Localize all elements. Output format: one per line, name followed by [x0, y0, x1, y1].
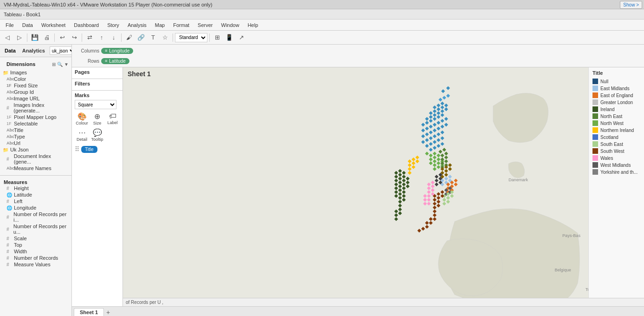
dim-color-label: Color [14, 76, 26, 82]
toolbar-forward[interactable]: ▷ [14, 33, 25, 43]
sidebar-item-pixel-mapper[interactable]: 1F Pixel Mapper Logo [0, 114, 71, 120]
sidebar-item-fixed-size[interactable]: 1F Fixed Size [0, 82, 71, 89]
toolbar-link[interactable]: 🔗 [135, 33, 147, 43]
menu-file[interactable]: File [2, 21, 18, 29]
marks-type-select[interactable]: Square Circle Bar [75, 100, 116, 109]
sidebar-item-records-i[interactable]: # Number of Records per i... [0, 211, 71, 223]
sidebar-item-type[interactable]: Abc Type [0, 133, 71, 140]
detail-label: Detail [77, 137, 87, 142]
legend-east-midlands-label: East Midlands [600, 86, 630, 91]
sidebar-datasource-select[interactable]: uk_json [50, 46, 72, 55]
dim-sort-btn[interactable]: ▼ [64, 62, 69, 67]
toolbar-device[interactable]: 📱 [224, 33, 235, 43]
marks-title-pill[interactable]: Title [81, 146, 97, 153]
sidebar-item-num-records[interactable]: # Number of Records [0, 255, 71, 261]
left-panels: Pages Filters Marks Square Circle Bar 🎨 [72, 67, 123, 306]
toolbar-sort-desc[interactable]: ↓ [108, 33, 119, 43]
sidebar-item-url[interactable]: Abc Url [0, 140, 71, 146]
menu-dashboard[interactable]: Dashboard [70, 21, 103, 29]
dim-search-btn[interactable]: 🔍 [57, 62, 63, 67]
sidebar-item-measure-names[interactable]: Abc Measure Names [0, 165, 71, 171]
svg-rect-13 [437, 107, 440, 111]
legend-northern-ireland-color [592, 127, 598, 133]
toolbar-sort-asc[interactable]: ↑ [96, 33, 107, 43]
sidebar-item-title[interactable]: Abc Title [0, 127, 71, 133]
toolbar-highlight[interactable]: 🖌 [123, 33, 135, 43]
sidebar-item-records-u[interactable]: # Number of Records per u... [0, 223, 71, 235]
toolbar-print[interactable]: 🖨 [41, 33, 52, 43]
menu-window[interactable]: Window [218, 21, 243, 29]
svg-rect-101 [454, 183, 457, 186]
svg-rect-139 [427, 190, 431, 194]
marks-size-btn[interactable]: ⊕ Size [90, 111, 104, 126]
rows-shelf: Rows ≡ Latitude [74, 56, 642, 66]
svg-rect-196 [441, 89, 445, 93]
menu-story[interactable]: Story [103, 21, 123, 29]
toolbar-grid[interactable]: ⊞ [212, 33, 223, 43]
legend-south-west-color [592, 148, 598, 154]
sidebar-item-latitude[interactable]: 🌐 Latitude [0, 191, 71, 198]
sidebar-item-doc-index[interactable]: # Document Index (gene... [0, 153, 71, 165]
hash-icon2: # [6, 157, 12, 162]
sidebar-item-group-id[interactable]: Abc Group Id [0, 89, 71, 95]
menu-server[interactable]: Server [194, 21, 216, 29]
marks-colour-btn[interactable]: 🎨 Colour [75, 111, 89, 126]
marks-label-btn[interactable]: 🏷 Label [105, 111, 120, 126]
sheet1-tab[interactable]: Sheet 1 [74, 308, 104, 316]
rows-pill[interactable]: ≡ Latitude [101, 58, 129, 64]
toolbar-view-select[interactable]: Standard [175, 33, 207, 42]
mea-width-label: Width [14, 249, 27, 254]
rows-label: Rows [74, 59, 99, 64]
svg-rect-5 [438, 98, 442, 101]
sidebar-item-width[interactable]: # Width [0, 248, 71, 255]
legend-yorkshire: Yorkshire and th... [592, 169, 640, 175]
new-sheet-btn[interactable]: + [104, 309, 112, 316]
sidebar-item-images[interactable]: 📁 Images [0, 69, 71, 76]
sidebar-item-measure-values[interactable]: # Measure Values [0, 261, 71, 268]
menu-data[interactable]: Data [19, 21, 37, 29]
tab-analytics[interactable]: Analytics [20, 47, 47, 54]
sidebar-item-images-index[interactable]: # Images Index (generate... [0, 102, 71, 114]
menu-format[interactable]: Format [169, 21, 193, 29]
sidebar-item-height[interactable]: # Height [0, 185, 71, 191]
sidebar-scrollable: Dimensions ⊞ 🔍 ▼ 📁 Images Abc Color [0, 57, 71, 316]
show-me-btn[interactable]: Show > [620, 1, 642, 9]
tab-data[interactable]: Data [3, 47, 18, 54]
toolbar-save[interactable]: 💾 [29, 33, 40, 43]
menu-worksheet[interactable]: Worksheet [38, 21, 69, 29]
svg-rect-195 [408, 171, 412, 175]
sidebar-item-longitude[interactable]: 🌐 Longitude [0, 204, 71, 211]
sidebar-item-selectable[interactable]: 1F Selectable [0, 120, 71, 127]
toolbar-star[interactable]: ☆ [160, 33, 171, 43]
toolbar-redo[interactable]: ↪ [69, 33, 80, 43]
sidebar-item-left[interactable]: # Left [0, 198, 71, 204]
menu-analysis[interactable]: Analysis [124, 21, 150, 29]
legend-north-east-label: North East [600, 114, 622, 119]
svg-rect-89 [444, 173, 448, 177]
marks-pill-text: Title [85, 147, 94, 152]
toolbar-undo[interactable]: ↩ [57, 33, 68, 43]
toolbar-text[interactable]: T [148, 33, 159, 43]
toolbar-back[interactable]: ◁ [2, 33, 13, 43]
legend-south-east-color [592, 141, 598, 147]
sidebar-item-scale[interactable]: # Scale [0, 235, 71, 242]
abc-icon7: Abc [6, 166, 12, 171]
svg-rect-189 [415, 156, 419, 159]
menu-map[interactable]: Map [151, 21, 168, 29]
marks-tooltip-btn[interactable]: 💬 Tooltip [90, 127, 104, 143]
sidebar-item-ukjson[interactable]: 📁 Uk Json [0, 146, 71, 153]
svg-rect-22 [421, 123, 425, 126]
sidebar-item-image-url[interactable]: Abc Image URL [0, 95, 71, 102]
marks-detail-btn[interactable]: ⋯ Detail [75, 127, 89, 143]
legend-title: Title [592, 70, 640, 76]
menu-help[interactable]: Help [244, 21, 262, 29]
toolbar-swap[interactable]: ⇄ [84, 33, 95, 43]
toolbar-share[interactable]: ↗ [236, 33, 247, 43]
sidebar-item-top[interactable]: # Top [0, 242, 71, 248]
svg-rect-18 [433, 113, 437, 117]
svg-rect-20 [440, 109, 444, 113]
dim-group-btn[interactable]: ⊞ [52, 62, 56, 67]
label-icon: 🏷 [109, 112, 116, 120]
sidebar-item-color[interactable]: Abc Color [0, 76, 71, 82]
columns-pill[interactable]: ≡ Longitude [101, 48, 133, 54]
